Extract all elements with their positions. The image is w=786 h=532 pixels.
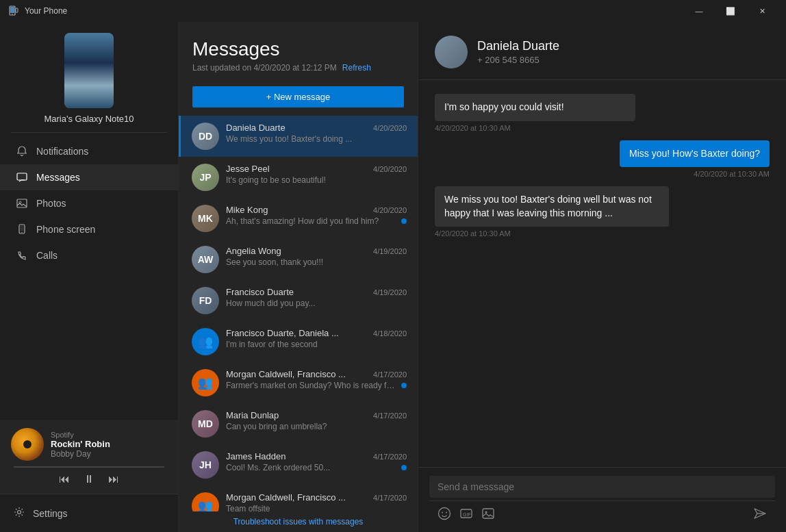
refresh-link[interactable]: Refresh [342, 63, 371, 73]
messages-icon [16, 171, 28, 183]
message-date: 4/17/2020 [373, 411, 407, 420]
message-timestamp: 4/20/2020 at 10:30 AM [435, 229, 770, 238]
preview-text: Cool! Ms. Zenk ordered 50... [226, 463, 398, 472]
message-content: Angelia Wong 4/19/2020 See you soon, tha… [226, 246, 407, 267]
message-preview: Ah, that's amazing! How did you find him… [226, 216, 407, 226]
message-preview: It's going to be so beautiful! [226, 175, 407, 185]
photos-label: Photos [36, 198, 66, 209]
preview-text: See you soon, thank you!!! [226, 257, 407, 267]
sidebar-item-notifications[interactable]: Notifications [0, 138, 178, 164]
svg-point-6 [19, 201, 21, 203]
calls-label: Calls [36, 250, 58, 261]
chat-input-toolbar: GIF [429, 501, 775, 524]
window-controls: — ⬜ ✕ [683, 0, 778, 22]
chat-contact-phone: + 206 545 8665 [477, 55, 559, 65]
settings-item[interactable]: Settings [0, 500, 178, 527]
photos-icon [16, 197, 28, 210]
device-section: Maria's Galaxy Note10 [0, 22, 178, 132]
prev-button[interactable]: ⏮ [59, 473, 70, 485]
image-icon[interactable] [481, 507, 495, 524]
sidebar-item-photos[interactable]: Photos [0, 190, 178, 216]
message-top: Francisco Duarte 4/19/2020 [226, 287, 407, 297]
song-artist: Bobby Day [51, 449, 167, 459]
message-date: 4/17/2020 [373, 370, 407, 379]
message-preview: I'm in favor of the second [226, 340, 407, 349]
conversation-item[interactable]: FD Francisco Duarte 4/19/2020 How much d… [179, 280, 418, 321]
preview-text: Farmer's market on Sunday? Who is ready … [226, 381, 398, 390]
avatar: DD [192, 123, 219, 150]
conversation-item[interactable]: 👥 Francisco Duarte, Daniela ... 4/18/202… [179, 321, 418, 362]
message-content: Morgan Caldwell, Francisco ... 4/17/2020… [226, 492, 407, 511]
preview-text: I'm in favor of the second [226, 340, 407, 349]
new-message-button[interactable]: + New message [192, 86, 404, 107]
contact-name: Maria Dunlap [226, 410, 279, 420]
conversation-item[interactable]: JH James Hadden 4/17/2020 Cool! Ms. Zenk… [179, 444, 418, 485]
music-progress-bar [14, 466, 164, 468]
gif-icon[interactable]: GIF [459, 507, 473, 524]
contact-name: Morgan Caldwell, Francisco ... [226, 492, 346, 503]
chat-contact-info: Daniela Duarte + 206 545 8665 [477, 39, 559, 65]
message-date: 4/20/2020 [373, 206, 407, 214]
message-date: 4/17/2020 [373, 453, 407, 461]
conversation-item[interactable]: MK Mike Kong 4/20/2020 Ah, that's amazin… [179, 198, 418, 239]
conversation-item[interactable]: 👥 Morgan Caldwell, Francisco ... 4/17/20… [179, 485, 418, 511]
send-button[interactable] [753, 507, 767, 524]
contact-name: Morgan Caldwell, Francisco ... [226, 369, 346, 379]
svg-rect-16 [483, 509, 494, 518]
svg-rect-8 [21, 226, 24, 231]
chat-header: Daniela Duarte + 206 545 8665 [418, 22, 786, 80]
sidebar-bottom: Settings [0, 494, 178, 532]
nav-items: Notifications Messages [0, 133, 178, 420]
minimize-button[interactable]: — [683, 0, 715, 22]
troubleshoot-link[interactable]: Troubleshoot issues with messages [179, 511, 418, 532]
svg-rect-4 [17, 173, 27, 180]
svg-point-11 [439, 508, 451, 520]
received-message-group: We miss you too! Baxter's doing well but… [435, 186, 770, 238]
message-content: Mike Kong 4/20/2020 Ah, that's amazing! … [226, 205, 407, 226]
next-button[interactable]: ⏭ [108, 473, 119, 485]
settings-icon [14, 507, 25, 520]
svg-point-2 [12, 14, 13, 15]
album-art [11, 428, 44, 461]
svg-point-9 [21, 232, 22, 233]
unread-indicator [401, 383, 407, 388]
music-top: Spotify Rockin' Robin Bobby Day [11, 428, 167, 461]
maximize-button[interactable]: ⬜ [715, 0, 746, 22]
titlebar-left: Your Phone [8, 5, 67, 16]
settings-label: Settings [33, 508, 68, 519]
bell-icon [16, 145, 28, 157]
message-preview: Cool! Ms. Zenk ordered 50... [226, 463, 407, 472]
svg-point-10 [18, 511, 21, 514]
device-name: Maria's Galaxy Note10 [44, 114, 134, 124]
message-date: 4/19/2020 [373, 247, 407, 255]
unread-indicator [401, 218, 407, 224]
message-input[interactable] [438, 481, 767, 492]
sidebar-item-messages[interactable]: Messages [0, 164, 178, 190]
sidebar-item-calls[interactable]: Calls [0, 242, 178, 268]
conversation-item[interactable]: MD Maria Dunlap 4/17/2020 Can you bring … [179, 403, 418, 444]
emoji-icon[interactable] [438, 507, 451, 524]
conversation-item[interactable]: JP Jesse Peel 4/20/2020 It's going to be… [179, 157, 418, 198]
conversation-item[interactable]: DD Daniela Duarte 4/20/2020 We miss you … [179, 116, 418, 157]
conversation-item[interactable]: 👥 Morgan Caldwell, Francisco ... 4/17/20… [179, 362, 418, 403]
avatar: 👥 [192, 369, 219, 396]
play-pause-button[interactable]: ⏸ [84, 473, 94, 485]
chat-input-row [429, 476, 775, 498]
message-date: 4/17/2020 [373, 494, 407, 502]
sidebar-item-phone-screen[interactable]: Phone screen [0, 216, 178, 242]
message-top: Daniela Duarte 4/20/2020 [226, 123, 407, 133]
message-list: DD Daniela Duarte 4/20/2020 We miss you … [179, 116, 418, 511]
avatar: 👥 [192, 328, 219, 355]
avatar: AW [192, 246, 219, 273]
sidebar: Maria's Galaxy Note10 Notifications [0, 22, 179, 532]
message-preview: We miss you too! Baxter's doing ... [226, 134, 407, 144]
conversation-item[interactable]: AW Angelia Wong 4/19/2020 See you soon, … [179, 239, 418, 280]
messages-panel: Messages Last updated on 4/20/2020 at 12… [179, 22, 418, 532]
message-date: 4/20/2020 [373, 124, 407, 132]
message-top: Jesse Peel 4/20/2020 [226, 164, 407, 174]
message-top: Angelia Wong 4/19/2020 [226, 246, 407, 256]
close-button[interactable]: ✕ [746, 0, 778, 22]
svg-text:GIF: GIF [463, 512, 471, 517]
message-preview: How much did you pay... [226, 299, 407, 308]
unread-indicator [401, 465, 407, 470]
